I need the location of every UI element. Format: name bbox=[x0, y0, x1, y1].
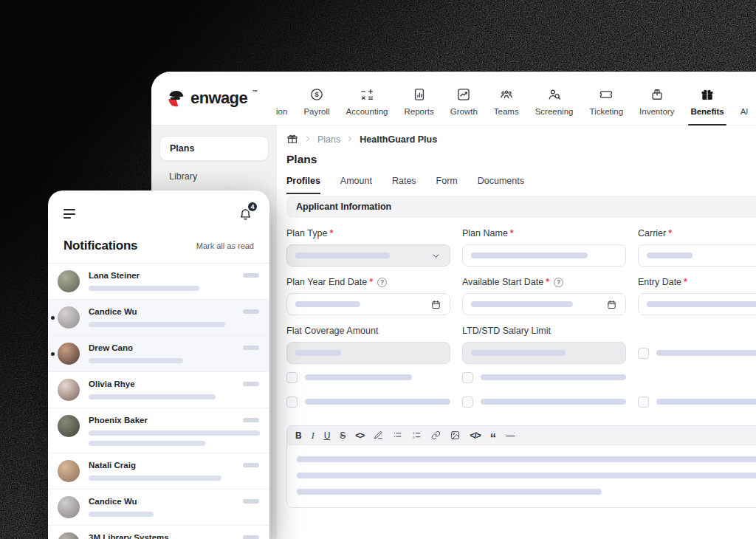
dollar-circle-icon: $ bbox=[309, 87, 324, 102]
label-skeleton bbox=[656, 350, 756, 356]
avatar bbox=[58, 343, 80, 365]
tab-amount[interactable]: Amount bbox=[340, 176, 372, 194]
time-skeleton bbox=[243, 346, 259, 350]
code-block-icon[interactable]: </> bbox=[470, 431, 480, 440]
value-skeleton bbox=[471, 301, 573, 307]
label-skeleton bbox=[305, 374, 412, 380]
entry-date-input[interactable] bbox=[638, 293, 756, 315]
inline-code-icon[interactable]: <> bbox=[355, 431, 364, 440]
message-skeleton bbox=[89, 430, 260, 436]
message-skeleton bbox=[89, 394, 216, 399]
notification-item[interactable]: Phoenix Baker bbox=[48, 408, 269, 453]
avatar bbox=[58, 306, 80, 329]
avatar bbox=[58, 496, 80, 518]
notification-item[interactable]: Candice Wu bbox=[48, 490, 269, 526]
italic-icon[interactable]: I bbox=[312, 431, 315, 440]
tab-form[interactable]: Form bbox=[436, 176, 458, 194]
carrier-input[interactable] bbox=[638, 244, 756, 267]
notification-item[interactable]: Candice Wu bbox=[48, 300, 269, 336]
option-checkbox-row bbox=[462, 391, 626, 413]
tab-rates[interactable]: Rates bbox=[392, 176, 416, 194]
option-checkbox-row bbox=[638, 391, 756, 413]
line-chart-icon bbox=[456, 87, 471, 102]
time-skeleton bbox=[243, 273, 259, 278]
sidebar-item-plans[interactable]: Plans bbox=[159, 136, 269, 161]
nav-item-growth[interactable]: Growth bbox=[442, 87, 486, 125]
checkbox[interactable] bbox=[638, 348, 649, 359]
plan-name-input[interactable] bbox=[462, 244, 626, 267]
plan-name-label: Plan Name* bbox=[462, 228, 626, 238]
calendar-icon bbox=[606, 299, 617, 310]
strikethrough-icon[interactable]: S bbox=[340, 431, 346, 440]
message-skeleton bbox=[89, 322, 225, 327]
horizontal-rule-icon[interactable]: — bbox=[506, 431, 515, 440]
nav-item-payroll[interactable]: $ Payroll bbox=[295, 87, 337, 125]
value-skeleton bbox=[295, 301, 360, 307]
plan-type-select[interactable] bbox=[286, 244, 450, 267]
notification-item[interactable]: 3M Library Systems bbox=[48, 526, 269, 539]
hamburger-menu-icon[interactable] bbox=[63, 207, 75, 219]
nav-item-truncated-left[interactable]: ion bbox=[268, 87, 295, 125]
notification-item[interactable]: Natali Craig bbox=[48, 453, 269, 490]
bold-icon[interactable]: B bbox=[295, 431, 302, 440]
nav-item-benefits[interactable]: Benefits bbox=[682, 87, 732, 125]
blockquote-icon[interactable]: “ bbox=[490, 437, 497, 439]
highlighter-icon[interactable] bbox=[374, 430, 383, 440]
required-asterisk: * bbox=[684, 277, 687, 287]
person-search-icon bbox=[547, 87, 562, 102]
help-icon[interactable]: ? bbox=[554, 278, 563, 287]
message-skeleton bbox=[89, 476, 221, 481]
avatar bbox=[58, 270, 80, 292]
nav-item-teams[interactable]: Teams bbox=[486, 87, 527, 125]
nav-item-accounting[interactable]: Accounting bbox=[338, 87, 396, 125]
benefits-gift-icon[interactable] bbox=[286, 133, 298, 147]
nav-item-inventory[interactable]: Inventory bbox=[631, 87, 682, 125]
notifications-panel: 4 Notifications Mark all as read Lana St… bbox=[48, 190, 269, 539]
notification-bell[interactable]: 4 bbox=[238, 207, 253, 225]
notification-item[interactable]: Lana Steiner bbox=[48, 264, 269, 300]
report-document-icon bbox=[412, 87, 427, 102]
nav-item-ticketing[interactable]: Ticketing bbox=[581, 87, 631, 125]
link-icon[interactable] bbox=[431, 430, 441, 440]
checkbox[interactable] bbox=[638, 396, 649, 408]
avatar bbox=[58, 379, 80, 401]
breadcrumb-plans[interactable]: Plans bbox=[317, 134, 340, 145]
plan-year-end-date-input[interactable] bbox=[286, 293, 450, 315]
nav-item-reports[interactable]: Reports bbox=[396, 87, 441, 125]
avatar bbox=[58, 532, 80, 539]
option-checkbox-row bbox=[462, 366, 626, 388]
nav-item-truncated-right[interactable]: Al bbox=[732, 87, 756, 125]
text-skeleton bbox=[297, 456, 756, 462]
time-skeleton bbox=[243, 418, 259, 422]
image-icon[interactable] bbox=[450, 430, 460, 440]
ltd-std-salary-limit-label: LTD/STD Salary Limit bbox=[462, 326, 626, 336]
help-icon[interactable]: ? bbox=[377, 278, 387, 287]
tab-documents[interactable]: Documents bbox=[478, 176, 524, 194]
checkbox[interactable] bbox=[462, 372, 473, 383]
checkbox[interactable] bbox=[286, 372, 298, 383]
mark-all-as-read-link[interactable]: Mark all as read bbox=[196, 241, 254, 250]
available-start-date-input[interactable] bbox=[462, 293, 626, 315]
checkbox[interactable] bbox=[286, 396, 298, 408]
notification-item[interactable]: Drew Cano bbox=[48, 336, 269, 372]
value-skeleton bbox=[295, 253, 390, 258]
editor-content[interactable] bbox=[287, 445, 756, 507]
value-skeleton bbox=[471, 253, 588, 258]
svg-text:$: $ bbox=[315, 91, 318, 98]
required-asterisk: * bbox=[546, 277, 549, 287]
label-skeleton bbox=[481, 399, 626, 405]
main-nav: ion $ Payroll Accounting Reports bbox=[268, 72, 756, 125]
nav-item-screening[interactable]: Screening bbox=[527, 87, 582, 125]
available-start-date-label: Available Start Date* ? bbox=[462, 277, 626, 287]
notification-item[interactable]: Olivia Rhye bbox=[48, 372, 269, 408]
bullet-list-icon[interactable] bbox=[393, 430, 402, 440]
enwage-logo[interactable]: enwage™ bbox=[166, 72, 257, 125]
checkbox[interactable] bbox=[462, 396, 473, 408]
value-skeleton bbox=[295, 350, 341, 356]
tab-profiles[interactable]: Profiles bbox=[286, 176, 320, 194]
calculator-icon bbox=[360, 87, 374, 102]
time-skeleton bbox=[243, 463, 259, 467]
sidebar-item-library[interactable]: Library bbox=[151, 161, 277, 192]
ordered-list-icon[interactable]: 12 bbox=[412, 430, 422, 440]
underline-icon[interactable]: U bbox=[324, 431, 331, 440]
